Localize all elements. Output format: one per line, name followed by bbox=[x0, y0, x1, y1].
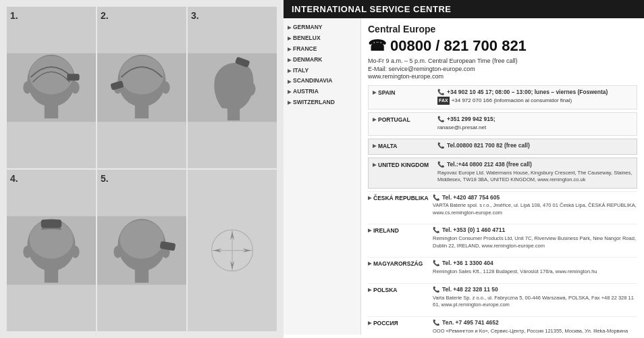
uk-row: UNITED KINGDOM 📞 Tel.:+44 0800 212 438 (… bbox=[373, 161, 633, 184]
country-address: Varta Baterie Sp. z o.o., ul. Fabryczna … bbox=[433, 295, 637, 309]
uk-address: Rayovac Europe Ltd. Watermans House, Kin… bbox=[437, 170, 633, 184]
phone-icon: ☎ bbox=[368, 37, 386, 55]
sidebar-item-switzerland[interactable]: SWITZERLAND bbox=[284, 97, 360, 108]
hours-text: Mo-Fr 9 a.m. – 5 p.m. Central European T… bbox=[368, 57, 637, 64]
svg-point-9 bbox=[120, 56, 164, 95]
countries-list: ČESKÁ REPUBLIKA 📞 Tel. +420 487 754 605 … bbox=[368, 191, 637, 335]
sidebar-label-italy: ITALY bbox=[293, 67, 308, 75]
svg-point-22 bbox=[23, 245, 31, 258]
country-label: IRELAND bbox=[368, 226, 429, 234]
sidebar-item-france[interactable]: FRANCE bbox=[284, 44, 360, 55]
country-section-českárepublika: ČESKÁ REPUBLIKA 📞 Tel. +420 487 754 605 … bbox=[368, 191, 637, 220]
image-cell-empty bbox=[188, 170, 277, 331]
sidebar-label-austria: AUSTRIA bbox=[293, 88, 319, 96]
sidebar-label-benelux: BENELUX bbox=[293, 34, 321, 43]
country-section-magyarország: MAGYARORSZÁG 📞 Tel. +36 1 3300 404 Remin… bbox=[368, 257, 637, 279]
phone-text: Tel. +420 487 754 605 bbox=[442, 194, 500, 202]
portugal-label: PORTUGAL bbox=[373, 116, 433, 123]
right-panel: INTERNATIONAL SERVICE CENTRE GERMANY BEN… bbox=[284, 0, 644, 338]
main-phone-number: ☎ 00800 / 821 700 821 bbox=[368, 37, 637, 55]
country-section-polska: POLSKA 📞 Tel. +48 22 328 11 50 Varta Bat… bbox=[368, 283, 637, 312]
country-address: Remington Consumer Products Ltd, Unit 7C… bbox=[433, 235, 637, 249]
phone-icon: 📞 bbox=[433, 286, 440, 294]
spain-details: 📞 +34 902 10 45 17; 08:00 – 13:00; lunes… bbox=[437, 89, 633, 105]
uk-section: UNITED KINGDOM 📞 Tel.:+44 0800 212 438 (… bbox=[368, 158, 637, 189]
phone-icon-spain: 📞 bbox=[437, 89, 445, 97]
country-details: 📞 Tel. +36 1 3300 404 Remington Sales Kf… bbox=[433, 260, 637, 275]
svg-point-15 bbox=[246, 82, 255, 95]
sidebar-item-germany[interactable]: GERMANY bbox=[284, 22, 360, 33]
country-details: 📞 Тел. +7 495 741 4652 ООО «Ремингтон и … bbox=[433, 319, 637, 335]
svg-rect-12 bbox=[135, 105, 149, 118]
svg-point-29 bbox=[113, 245, 122, 258]
phone-icon: 📞 bbox=[433, 226, 440, 235]
country-row: ČESKÁ REPUBLIKA 📞 Tel. +420 487 754 605 … bbox=[368, 194, 637, 217]
phone-text: Tel. +36 1 3300 404 bbox=[442, 260, 493, 268]
sidebar-label-germany: GERMANY bbox=[293, 24, 322, 32]
country-phone: 📞 Tel. +420 487 754 605 bbox=[433, 194, 637, 202]
svg-point-27 bbox=[120, 220, 164, 259]
image-number-4: 4. bbox=[10, 173, 18, 184]
hair-illustration-2 bbox=[97, 7, 186, 168]
sidebar-label-denmark: DENMARK bbox=[293, 56, 322, 64]
phone-icon: 📞 bbox=[433, 194, 440, 202]
country-row: POLSKA 📞 Tel. +48 22 328 11 50 Varta Bat… bbox=[368, 286, 637, 309]
country-address: ООО «Ремингтон и Ко», Сервис-Центр, Росс… bbox=[433, 328, 637, 335]
region-title: Central Europe bbox=[368, 24, 637, 34]
malta-section: MALTA 📞 Tel.00800 821 700 82 (free call) bbox=[368, 139, 637, 155]
svg-point-21 bbox=[71, 245, 79, 258]
spain-phone: 📞 +34 902 10 45 17; 08:00 – 13:00; lunes… bbox=[437, 89, 633, 97]
svg-rect-5 bbox=[45, 105, 58, 118]
image-number-1: 1. bbox=[10, 10, 18, 21]
portugal-details: 📞 +351 299 942 915; ranase@i.presar.net bbox=[437, 116, 633, 131]
svg-point-4 bbox=[23, 81, 31, 93]
image-cell-2: 2. bbox=[97, 7, 186, 168]
sidebar-item-benelux[interactable]: BENELUX bbox=[284, 33, 360, 44]
country-phone: 📞 Tel. +48 22 328 11 50 bbox=[433, 286, 637, 294]
phone-icon: 📞 bbox=[433, 260, 440, 268]
country-details: 📞 Tel. +420 487 754 605 VARTA Baterie sp… bbox=[433, 194, 637, 217]
main-content: Central Europe ☎ 00800 / 821 700 821 Mo-… bbox=[361, 18, 644, 335]
sidebar-item-italy[interactable]: ITALY bbox=[284, 66, 360, 76]
spain-fax: FAX +34 972 070 166 (Información al cons… bbox=[437, 97, 633, 105]
country-row: РОССИЯ 📞 Тел. +7 495 741 4652 ООО «Ремин… bbox=[368, 319, 637, 335]
spain-row: SPAIN 📞 +34 902 10 45 17; 08:00 – 13:00;… bbox=[373, 89, 633, 105]
sidebar-label-switzerland: SWITZERLAND bbox=[293, 99, 335, 107]
image-number-2: 2. bbox=[101, 10, 109, 21]
sidebar-item-scandinavia[interactable]: SCANDINAVIA bbox=[284, 76, 360, 87]
portugal-fax: ranase@i.presar.net bbox=[437, 124, 633, 131]
country-row: MAGYARORSZÁG 📞 Tel. +36 1 3300 404 Remin… bbox=[368, 260, 637, 275]
uk-phone: 📞 Tel.:+44 0800 212 438 (free call) bbox=[437, 161, 633, 169]
hair-illustration-3 bbox=[188, 7, 277, 168]
svg-rect-6 bbox=[67, 74, 79, 80]
svg-rect-24 bbox=[41, 220, 61, 228]
malta-label: MALTA bbox=[373, 142, 433, 149]
uk-label: UNITED KINGDOM bbox=[373, 161, 433, 168]
svg-point-10 bbox=[161, 81, 169, 93]
content-area: GERMANY BENELUX FRANCE DENMARK ITALY SCA… bbox=[284, 18, 644, 335]
country-phone: 📞 Тел. +7 495 741 4652 bbox=[433, 319, 637, 327]
spain-section: SPAIN 📞 +34 902 10 45 17; 08:00 – 13:00;… bbox=[368, 85, 637, 110]
phone-icon-malta: 📞 bbox=[437, 142, 445, 150]
country-row: IRELAND 📞 Tel. +353 (0) 1 460 4711 Remin… bbox=[368, 226, 637, 249]
svg-point-3 bbox=[71, 81, 79, 93]
malta-phone: 📞 Tel.00800 821 700 82 (free call) bbox=[437, 142, 633, 150]
phone-icon-portugal: 📞 bbox=[437, 116, 445, 124]
country-phone: 📞 Tel. +353 (0) 1 460 4711 bbox=[433, 226, 637, 235]
sidebar: GERMANY BENELUX FRANCE DENMARK ITALY SCA… bbox=[284, 18, 361, 335]
phone-text: Тел. +7 495 741 4652 bbox=[442, 319, 499, 327]
country-section-россия: РОССИЯ 📞 Тел. +7 495 741 4652 ООО «Ремин… bbox=[368, 316, 637, 335]
image-number-5: 5. bbox=[101, 173, 109, 184]
hair-illustration-4 bbox=[7, 170, 96, 331]
image-grid: 1. 2. bbox=[0, 0, 284, 338]
sidebar-item-denmark[interactable]: DENMARK bbox=[284, 55, 360, 66]
country-label: MAGYARORSZÁG bbox=[368, 260, 429, 267]
header-bar: INTERNATIONAL SERVICE CENTRE bbox=[284, 0, 644, 18]
sidebar-item-austria[interactable]: AUSTRIA bbox=[284, 87, 360, 97]
uk-details: 📞 Tel.:+44 0800 212 438 (free call) Rayo… bbox=[437, 161, 633, 184]
sidebar-label-france: FRANCE bbox=[293, 45, 317, 53]
svg-rect-30 bbox=[135, 269, 149, 283]
country-details: 📞 Tel. +353 (0) 1 460 4711 Remington Con… bbox=[433, 226, 637, 249]
website-text: www.remington-europe.com bbox=[368, 73, 637, 80]
phone-text: Tel. +353 (0) 1 460 4711 bbox=[442, 226, 505, 235]
